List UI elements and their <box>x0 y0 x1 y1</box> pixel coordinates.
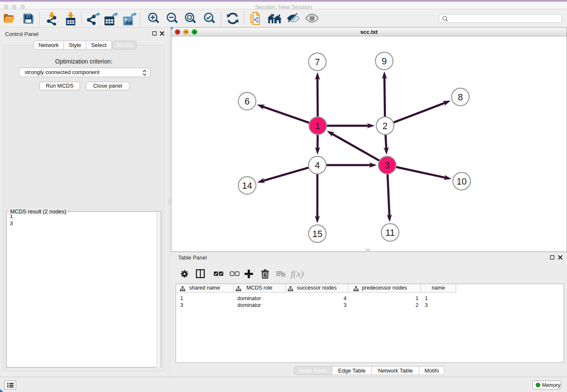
svg-text:9: 9 <box>382 56 387 66</box>
svg-text:7: 7 <box>315 57 320 67</box>
svg-text:14: 14 <box>242 181 252 191</box>
svg-text:2: 2 <box>383 121 388 131</box>
svg-text:8: 8 <box>458 92 463 102</box>
svg-text:4: 4 <box>315 160 320 171</box>
svg-text:10: 10 <box>457 177 467 187</box>
svg-text:15: 15 <box>312 229 322 239</box>
svg-text:3: 3 <box>385 160 390 171</box>
svg-text:11: 11 <box>385 228 395 238</box>
svg-text:1: 1 <box>315 121 320 131</box>
svg-text:6: 6 <box>245 97 250 107</box>
